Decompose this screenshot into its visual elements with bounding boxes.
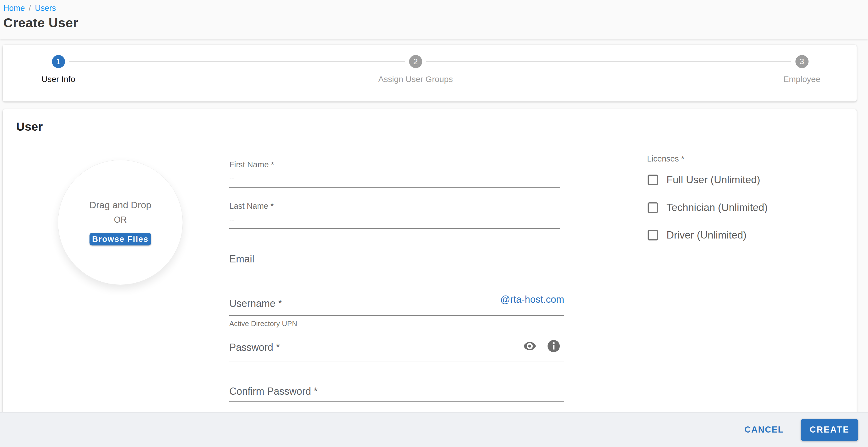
licenses-label: Licenses * [647, 154, 684, 163]
step-1-circle: 1 [52, 55, 65, 68]
checkbox-icon[interactable] [648, 175, 658, 185]
dropzone-or-text: OR [114, 215, 127, 225]
username-underline [229, 315, 564, 316]
step-2-circle: 2 [409, 55, 422, 68]
breadcrumb-separator: / [29, 4, 31, 12]
card-title: User [16, 120, 43, 133]
step-3-circle: 3 [796, 55, 808, 68]
last-name-value[interactable]: -- [229, 216, 564, 225]
form-actions-footer: CANCEL CREATE [0, 412, 868, 447]
cancel-button[interactable]: CANCEL [745, 425, 784, 435]
checkbox-icon[interactable] [648, 202, 658, 213]
username-helper: Active Directory UPN [229, 319, 564, 328]
email-field[interactable]: Email [229, 253, 564, 265]
confirm-password-field[interactable]: Confirm Password * [229, 386, 564, 397]
step-2-label: Assign User Groups [343, 74, 488, 84]
license-option-driver[interactable]: Driver (Unlimited) [648, 229, 747, 241]
eye-icon[interactable] [523, 339, 536, 353]
license-option-technician[interactable]: Technician (Unlimited) [648, 202, 768, 213]
license-option-full-user[interactable]: Full User (Unlimited) [648, 174, 760, 186]
first-name-underline [229, 187, 560, 188]
breadcrumb: Home/Users [3, 3, 868, 13]
password-label: Password * [229, 341, 564, 353]
breadcrumb-link-users[interactable]: Users [35, 4, 56, 12]
page-title: Create User [3, 15, 868, 30]
first-name-label: First Name * [229, 160, 564, 169]
page-header: Home/Users Create User [0, 0, 868, 39]
confirm-password-underline [229, 401, 564, 402]
email-label: Email [229, 253, 564, 265]
step-3-label: Employee [766, 74, 838, 84]
step-user-info[interactable]: 1 User Info [22, 55, 94, 84]
breadcrumb-link-home[interactable]: Home [3, 4, 25, 12]
wizard-stepper: 1 User Info 2 Assign User Groups 3 Emplo… [3, 45, 857, 101]
browse-files-button[interactable]: Browse Files [90, 233, 151, 245]
step-1-label: User Info [22, 74, 94, 84]
confirm-password-label: Confirm Password * [229, 386, 564, 397]
last-name-underline [229, 228, 560, 229]
avatar-dropzone[interactable]: Drag and Drop OR Browse Files [58, 160, 183, 285]
last-name-field[interactable]: Last Name * -- [229, 202, 564, 225]
info-icon[interactable] [547, 339, 560, 353]
last-name-label: Last Name * [229, 202, 564, 211]
license-option-label: Technician (Unlimited) [666, 202, 768, 213]
checkbox-icon[interactable] [648, 230, 658, 240]
username-domain-suffix[interactable]: @rta-host.com [500, 294, 564, 305]
password-underline [229, 361, 564, 361]
username-field[interactable]: Username * @rta-host.com [229, 298, 564, 309]
user-form-card: User Drag and Drop OR Browse Files First… [3, 109, 857, 447]
dropzone-text: Drag and Drop [89, 200, 151, 210]
first-name-value[interactable]: -- [229, 174, 564, 183]
step-assign-user-groups[interactable]: 2 Assign User Groups [343, 55, 488, 84]
password-field[interactable]: Password * [229, 341, 564, 353]
email-underline [229, 270, 564, 270]
license-option-label: Driver (Unlimited) [666, 229, 747, 241]
first-name-field[interactable]: First Name * -- [229, 160, 564, 183]
license-option-label: Full User (Unlimited) [666, 174, 760, 186]
step-employee[interactable]: 3 Employee [766, 55, 838, 84]
create-button[interactable]: CREATE [801, 419, 858, 441]
